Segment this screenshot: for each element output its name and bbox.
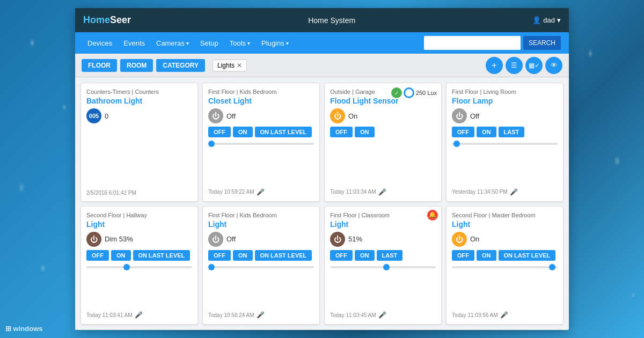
card-6-location: First Floor | Kids Bedroom xyxy=(208,212,314,218)
card-3-on-btn[interactable]: ON xyxy=(355,127,375,137)
card-2-slider-thumb xyxy=(208,141,215,147)
card-bathroom-light: Counters-Timers | Counters Bathroom Ligh… xyxy=(80,83,198,202)
card-8-mic-icon[interactable]: 🎤 xyxy=(500,311,508,319)
card-2-slider-container xyxy=(208,141,314,147)
card-2-on-btn[interactable]: ON xyxy=(233,127,253,137)
card-7-slider[interactable] xyxy=(330,266,436,268)
card-6-on-btn[interactable]: ON xyxy=(233,250,253,261)
search-input[interactable] xyxy=(424,36,521,50)
card-8-controls: OFF ON ON LAST LEVEL xyxy=(452,250,558,261)
card-8-on-btn[interactable]: ON xyxy=(477,250,496,261)
nav-plugins[interactable]: Plugins ▾ xyxy=(257,37,293,49)
card-7-status-text: 51% xyxy=(348,235,362,243)
card-master-light: Second Floor | Master Bedroom Light ⏻ On… xyxy=(446,206,564,325)
card-6-last-btn[interactable]: ON LAST LEVEL xyxy=(255,250,312,261)
card-5-location: Second Floor | Hallway xyxy=(86,212,192,218)
card-6-status: ⏻ Off xyxy=(208,232,314,247)
card-1-location: Counters-Timers | Counters xyxy=(86,89,192,95)
card-3-time-text: Today 11:03:34 AM xyxy=(330,189,376,195)
card-4-slider[interactable] xyxy=(452,143,558,145)
card-5-slider-thumb xyxy=(123,264,130,270)
card-7-name: Light xyxy=(330,220,436,229)
nav-tools[interactable]: Tools ▾ xyxy=(225,37,254,49)
windows-logo: ⊞ windows xyxy=(5,325,43,333)
card-5-status-text: Dim 53% xyxy=(105,235,133,243)
lux-text: 250 Lux xyxy=(416,90,437,96)
category-filter-btn[interactable]: CATEGORY xyxy=(156,59,205,72)
filter-actions: + ☰ ▦✓ 👁 xyxy=(486,57,562,74)
card-floor-lamp: First Floor | Living Room Floor Lamp ⏻ O… xyxy=(446,83,564,202)
card-2-mic-icon[interactable]: 🎤 xyxy=(257,188,265,196)
card-5-last-btn[interactable]: ON LAST LEVEL xyxy=(133,250,191,261)
card-5-off-btn[interactable]: OFF xyxy=(86,250,109,261)
logo-colored: Home xyxy=(83,14,110,25)
filter-bar: FLOOR ROOM CATEGORY Lights ✕ + ☰ ▦✓ 👁 xyxy=(75,54,569,77)
card-8-status-text: On xyxy=(470,235,479,243)
card-8-location: Second Floor | Master Bedroom xyxy=(452,212,558,218)
card-hallway-light: Second Floor | Hallway Light ⏻ Dim 53% O… xyxy=(80,206,198,325)
card-2-last-btn[interactable]: ON LAST LEVEL xyxy=(255,127,312,137)
card-4-timestamp: Yesterday 11:34:50 PM 🎤 xyxy=(452,188,558,196)
add-btn[interactable]: + xyxy=(486,57,503,74)
card-2-slider[interactable] xyxy=(208,143,314,145)
card-1-name: Bathroom Light xyxy=(86,97,192,105)
card-4-mic-icon[interactable]: 🎤 xyxy=(510,188,518,196)
nav-cameras[interactable]: Cameras ▾ xyxy=(152,37,193,49)
card-7-on-btn[interactable]: ON xyxy=(355,250,375,261)
tools-dropdown-icon: ▾ xyxy=(247,40,250,46)
card-flood-light: ✓ 250 Lux Outside | Garage Flood Light S… xyxy=(324,83,442,202)
card-4-slider-container xyxy=(452,141,558,147)
card-4-status-icon: ⏻ xyxy=(452,108,467,123)
card-6-name: Light xyxy=(208,220,314,229)
filter-tag-label: Lights xyxy=(217,62,235,69)
card-4-status-text: Off xyxy=(470,112,479,120)
card-5-slider-container xyxy=(86,264,192,270)
grid-check-view-btn[interactable]: ▦✓ xyxy=(525,57,543,74)
card-8-slider[interactable] xyxy=(452,266,558,268)
card-8-last-btn[interactable]: ON LAST LEVEL xyxy=(499,250,556,261)
card-8-slider-container xyxy=(452,264,558,270)
eye-view-btn[interactable]: 👁 xyxy=(545,57,562,74)
card-4-time-text: Yesterday 11:34:50 PM xyxy=(452,189,508,195)
card-3-timestamp: Today 11:03:34 AM 🎤 xyxy=(330,188,436,196)
card-6-off-btn[interactable]: OFF xyxy=(208,250,231,261)
card-8-off-btn[interactable]: OFF xyxy=(452,250,474,261)
card-3-mic-icon[interactable]: 🎤 xyxy=(378,188,386,196)
user-dropdown-icon[interactable]: ▾ xyxy=(557,16,561,24)
card-5-mic-icon[interactable]: 🎤 xyxy=(135,311,143,319)
card-4-off-btn[interactable]: OFF xyxy=(452,127,474,137)
card-2-off-btn[interactable]: OFF xyxy=(208,127,231,137)
list-view-btn[interactable]: ☰ xyxy=(506,57,523,74)
card-7-location: First Floor | Classroom xyxy=(330,212,436,218)
card-5-on-btn[interactable]: ON xyxy=(111,250,131,261)
card-6-slider[interactable] xyxy=(208,266,314,268)
card-4-name: Floor Lamp xyxy=(452,97,558,105)
card-4-on-btn[interactable]: ON xyxy=(477,127,496,137)
card-7-off-btn[interactable]: OFF xyxy=(330,250,353,261)
card-4-status: ⏻ Off xyxy=(452,108,558,123)
card-2-controls: OFF ON ON LAST LEVEL xyxy=(208,127,314,137)
nav-events[interactable]: Events xyxy=(119,37,149,49)
card-7-mic-icon[interactable]: 🎤 xyxy=(378,311,386,319)
card-6-slider-container xyxy=(208,264,314,270)
floor-filter-btn[interactable]: FLOOR xyxy=(82,59,117,72)
card-7-last-btn[interactable]: LAST xyxy=(377,250,403,261)
nav-devices[interactable]: Devices xyxy=(83,37,116,49)
header: HomeSeer Home System 👤 dad ▾ xyxy=(75,8,569,32)
card-5-status: ⏻ Dim 53% xyxy=(86,232,192,247)
card-7-controls: OFF ON LAST xyxy=(330,250,436,261)
card-6-mic-icon[interactable]: 🎤 xyxy=(257,311,265,319)
card-kids-light: First Floor | Kids Bedroom Light ⏻ Off O… xyxy=(202,206,320,325)
remove-filter-btn[interactable]: ✕ xyxy=(237,62,242,69)
card-4-last-btn[interactable]: LAST xyxy=(499,127,525,137)
room-filter-btn[interactable]: ROOM xyxy=(120,59,153,72)
card-5-controls: OFF ON ON LAST LEVEL xyxy=(86,250,192,261)
search-button[interactable]: SEARCH xyxy=(523,36,561,50)
search-area: SEARCH xyxy=(424,36,561,50)
lux-green-icon: ✓ xyxy=(391,87,402,98)
nav-setup[interactable]: Setup xyxy=(196,37,223,49)
card-3-off-btn[interactable]: OFF xyxy=(330,127,353,137)
header-title: Home System xyxy=(131,16,532,25)
card-5-slider[interactable] xyxy=(86,266,192,268)
card-4-slider-thumb xyxy=(453,141,460,147)
